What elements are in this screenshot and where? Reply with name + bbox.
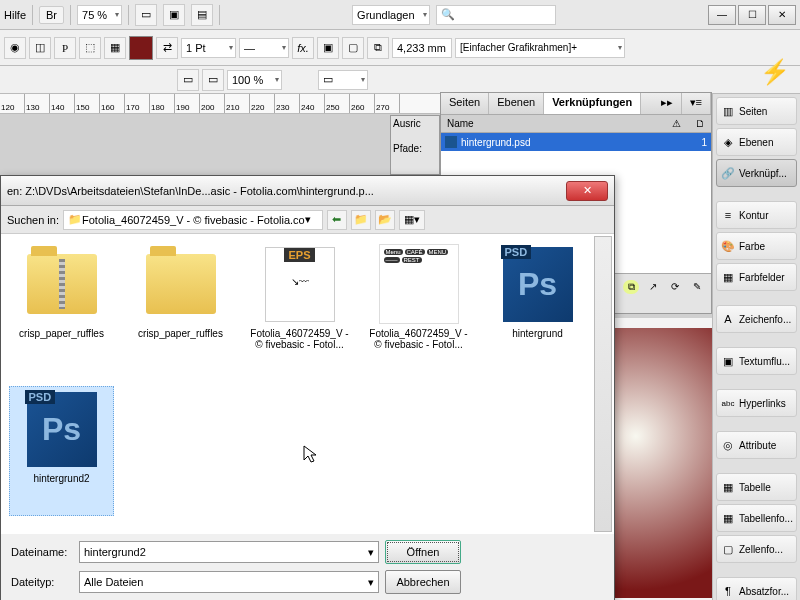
- folder-icon: [146, 254, 216, 314]
- tool-icon[interactable]: ◉: [4, 37, 26, 59]
- bridge-button[interactable]: Br: [39, 6, 64, 24]
- filetype-dropdown[interactable]: Alle Dateien: [79, 571, 379, 593]
- eps-icon: EPS↘〰: [265, 247, 335, 322]
- new-folder-icon[interactable]: 📂: [375, 210, 395, 230]
- maximize-button[interactable]: ☐: [738, 5, 766, 25]
- tab-verknuepfungen[interactable]: Verknüpfungen: [544, 93, 641, 114]
- align-panel[interactable]: Ausric Pfade:: [390, 115, 440, 175]
- screen-mode-icon[interactable]: ▣: [163, 4, 185, 26]
- file-item-folder[interactable]: crisp_paper_ruffles: [9, 242, 114, 372]
- link-row[interactable]: hintergrund.psd 1: [441, 133, 711, 151]
- color-icon: 🎨: [721, 239, 735, 253]
- view-menu-icon[interactable]: ▦▾: [399, 210, 425, 230]
- top-menu-bar: Hilfe Br 75 % ▭ ▣ ▤ Grundlagen 🔍 — ☐ ✕: [0, 0, 800, 30]
- arrange-icon[interactable]: ▤: [191, 4, 213, 26]
- align-icon[interactable]: ▭: [202, 69, 224, 91]
- panel-ebenen[interactable]: ◈Ebenen: [716, 128, 797, 156]
- panel-verknuepfungen[interactable]: 🔗Verknüpf...: [716, 159, 797, 187]
- wrap-icon[interactable]: ▢: [342, 37, 364, 59]
- tool-icon[interactable]: ⬚: [79, 37, 101, 59]
- panel-zellenformat[interactable]: ▢Zellenfo...: [716, 535, 797, 563]
- panel-kontur[interactable]: ≡Kontur: [716, 201, 797, 229]
- collapse-icon[interactable]: ▸▸: [653, 93, 682, 114]
- edit-original-icon[interactable]: ✎: [689, 280, 705, 294]
- look-in-label: Suchen in:: [7, 214, 59, 226]
- attributes-icon: ◎: [721, 438, 735, 452]
- dialog-titlebar[interactable]: en: Z:\DVDs\Arbeitsdateien\Stefan\InDe..…: [1, 176, 614, 206]
- tool-icon[interactable]: ▦: [104, 37, 126, 59]
- zoom-dropdown[interactable]: 75 %: [77, 5, 122, 25]
- panel-tabelle[interactable]: ▦Tabelle: [716, 473, 797, 501]
- filename-label: Dateiname:: [11, 546, 73, 558]
- scale-dropdown[interactable]: 100 %: [227, 70, 282, 90]
- relink-icon[interactable]: ⧉: [623, 280, 639, 294]
- file-item-eps[interactable]: EPS↘〰 Fotolia_46072459_V - © fivebasic -…: [247, 242, 352, 372]
- swap-icon[interactable]: ⇄: [156, 37, 178, 59]
- pages-icon: ▥: [721, 104, 735, 118]
- link-page: 1: [701, 137, 707, 148]
- close-button[interactable]: ✕: [768, 5, 796, 25]
- panel-absatzformat[interactable]: ¶Absatzfor...: [716, 577, 797, 600]
- panel-zeichen[interactable]: AZeichenfo...: [716, 305, 797, 333]
- align-icon[interactable]: ▭: [177, 69, 199, 91]
- file-item-psd-selected[interactable]: PSDPs hintergrund2: [9, 386, 114, 516]
- stroke-style-dropdown[interactable]: —: [239, 38, 289, 58]
- control-toolbar-2: ▭ ▭ 100 % ▭: [0, 66, 800, 94]
- open-button[interactable]: Öffnen: [385, 540, 461, 564]
- dialog-title-text: en: Z:\DVDs\Arbeitsdateien\Stefan\InDe..…: [7, 185, 374, 197]
- panel-tabellenformat[interactable]: ▦Tabellenfo...: [716, 504, 797, 532]
- tab-ebenen[interactable]: Ebenen: [489, 93, 544, 114]
- panel-textumfluss[interactable]: ▣Textumflu...: [716, 347, 797, 375]
- file-label: crisp_paper_ruffles: [19, 328, 104, 339]
- minimize-button[interactable]: —: [708, 5, 736, 25]
- file-label: crisp_paper_ruffles: [138, 328, 223, 339]
- goto-link-icon[interactable]: ↗: [645, 280, 661, 294]
- panel-farbfelder[interactable]: ▦Farbfelder: [716, 263, 797, 291]
- file-label: Fotolia_46072459_V - © fivebasic - Fotol…: [368, 328, 469, 350]
- help-menu[interactable]: Hilfe: [4, 9, 26, 21]
- file-item-vector[interactable]: MenuCAFÉMENU——REST Fotolia_46072459_V - …: [366, 242, 471, 372]
- width-input[interactable]: [392, 38, 452, 58]
- zip-folder-icon: [27, 254, 97, 314]
- panel-seiten[interactable]: ▥Seiten: [716, 97, 797, 125]
- tab-seiten[interactable]: Seiten: [441, 93, 489, 114]
- panel-attribute[interactable]: ◎Attribute: [716, 431, 797, 459]
- object-style-dropdown[interactable]: [Einfacher Grafikrahmen]+: [455, 38, 625, 58]
- file-item-folder[interactable]: crisp_paper_ruffles: [128, 242, 233, 372]
- filetype-label: Dateityp:: [11, 576, 73, 588]
- fill-swatch[interactable]: [129, 36, 153, 60]
- links-icon: 🔗: [721, 166, 735, 180]
- crop-icon[interactable]: ⧉: [367, 37, 389, 59]
- stroke-weight-dropdown[interactable]: 1 Pt: [181, 38, 236, 58]
- psd-icon: [445, 136, 457, 148]
- file-label: hintergrund: [512, 328, 563, 339]
- filename-input[interactable]: hintergrund2: [79, 541, 379, 563]
- effects-dropdown[interactable]: ▭: [318, 70, 368, 90]
- dialog-close-button[interactable]: ✕: [566, 181, 608, 201]
- up-icon[interactable]: 📁: [351, 210, 371, 230]
- cancel-button[interactable]: Abbrechen: [385, 570, 461, 594]
- file-item-psd[interactable]: PSDPs hintergrund: [485, 242, 590, 372]
- panel-menu-icon[interactable]: ▾≡: [682, 93, 711, 114]
- tool-icon[interactable]: ◫: [29, 37, 51, 59]
- back-icon[interactable]: ⬅: [327, 210, 347, 230]
- panel-hyperlinks[interactable]: abcHyperlinks: [716, 389, 797, 417]
- look-in-dropdown[interactable]: 📁 Fotolia_46072459_V - © fivebasic - Fot…: [63, 210, 323, 230]
- file-list[interactable]: crisp_paper_ruffles crisp_paper_ruffles …: [1, 234, 614, 534]
- wrap-icon[interactable]: ▣: [317, 37, 339, 59]
- workspace-dropdown[interactable]: Grundlagen: [352, 5, 430, 25]
- swatches-icon: ▦: [721, 270, 735, 284]
- textwrap-icon: ▣: [721, 354, 735, 368]
- vector-thumb-icon: MenuCAFÉMENU——REST: [379, 244, 459, 324]
- psd-icon: PSDPs: [503, 247, 573, 322]
- table-icon: ▦: [721, 480, 735, 494]
- panel-dock: ▥Seiten ◈Ebenen 🔗Verknüpf... ≡Kontur 🎨Fa…: [712, 94, 800, 600]
- lightning-icon[interactable]: ⚡: [760, 58, 790, 86]
- view-mode-icon[interactable]: ▭: [135, 4, 157, 26]
- pfade-label: Pfade:: [393, 143, 437, 154]
- update-link-icon[interactable]: ⟳: [667, 280, 683, 294]
- tool-text-icon[interactable]: P: [54, 37, 76, 59]
- search-input[interactable]: 🔍: [436, 5, 556, 25]
- fx-icon[interactable]: fx.: [292, 37, 314, 59]
- panel-farbe[interactable]: 🎨Farbe: [716, 232, 797, 260]
